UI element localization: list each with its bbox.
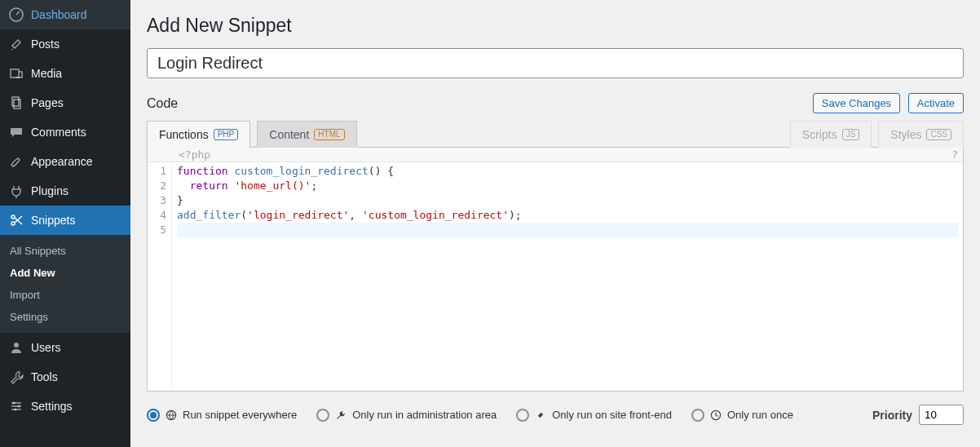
tab-label: Styles — [890, 128, 921, 141]
run-frontend-option[interactable]: Only run on site front-end — [516, 409, 672, 422]
sidebar-item-users[interactable]: Users — [0, 333, 130, 362]
activate-button[interactable]: Activate — [908, 93, 964, 113]
sidebar-item-tools[interactable]: Tools — [0, 362, 130, 392]
svg-point-7 — [13, 402, 15, 405]
priority-label: Priority — [872, 409, 912, 422]
code-type-tabs: Functions PHP Content HTML Scripts JS St… — [147, 120, 964, 147]
run-admin-option[interactable]: Only run in administration area — [316, 409, 497, 422]
sidebar-item-media[interactable]: Media — [0, 59, 130, 88]
user-icon — [8, 339, 24, 356]
sidebar-item-label: Media — [31, 67, 62, 80]
sidebar-item-plugins[interactable]: Plugins — [0, 176, 130, 206]
comments-icon — [8, 124, 24, 140]
code-lines[interactable]: function custom_login_redirect() { retur… — [172, 162, 963, 391]
clock-icon — [709, 409, 722, 422]
tab-content[interactable]: Content HTML — [257, 121, 356, 148]
sidebar-item-label: Appearance — [31, 155, 93, 168]
sliders-icon — [8, 398, 24, 414]
sidebar-item-label: Pages — [31, 96, 64, 109]
media-icon — [8, 65, 24, 82]
globe-icon — [165, 409, 178, 422]
php-open-tag: <?php — [179, 148, 210, 161]
submenu-import[interactable]: Import — [0, 284, 130, 306]
radio-icon — [147, 409, 160, 422]
svg-rect-2 — [12, 97, 19, 106]
submenu-add-new[interactable]: Add New — [0, 262, 130, 284]
tab-label: Content — [269, 128, 309, 141]
save-changes-button[interactable]: Save Changes — [813, 93, 900, 113]
js-badge: JS — [842, 129, 860, 140]
html-badge: HTML — [314, 129, 344, 140]
editor-help-icon[interactable]: ? — [951, 148, 958, 161]
tab-label: Functions — [159, 128, 209, 141]
sidebar-item-pages[interactable]: Pages — [0, 88, 130, 117]
option-label: Only run in administration area — [352, 409, 497, 421]
submenu-settings[interactable]: Settings — [0, 306, 130, 328]
sidebar-item-posts[interactable]: Posts — [0, 29, 130, 59]
sidebar-item-appearance[interactable]: Appearance — [0, 147, 130, 176]
sidebar-item-label: Plugins — [31, 184, 68, 197]
line-gutter: 12345 — [148, 162, 172, 391]
sidebar-item-snippets[interactable]: Snippets — [0, 206, 130, 235]
tab-styles: Styles CSS — [878, 121, 964, 148]
run-once-option[interactable]: Only run once — [691, 409, 793, 422]
brush-icon — [8, 153, 24, 170]
code-heading: Code — [147, 96, 178, 111]
sidebar-item-label: Comments — [31, 126, 86, 139]
radio-icon — [691, 409, 704, 422]
pin-icon — [534, 409, 547, 422]
option-label: Only run once — [727, 409, 793, 421]
sidebar-item-label: Settings — [31, 400, 73, 413]
admin-sidebar: Dashboard Posts Media Pages Comments App… — [0, 0, 130, 447]
sidebar-item-label: Posts — [31, 38, 60, 51]
sidebar-item-label: Dashboard — [31, 8, 87, 21]
page-title: Add New Snippet — [147, 15, 964, 37]
radio-icon — [316, 409, 329, 422]
scissors-icon — [8, 212, 24, 228]
priority-input[interactable] — [919, 405, 964, 425]
wrench-icon — [8, 369, 24, 385]
run-everywhere-option[interactable]: Run snippet everywhere — [147, 409, 297, 422]
sidebar-item-dashboard[interactable]: Dashboard — [0, 0, 130, 29]
snippet-title-input[interactable] — [147, 48, 964, 78]
radio-icon — [516, 409, 529, 422]
svg-point-5 — [11, 222, 15, 225]
wrench-icon — [334, 409, 347, 422]
plug-icon — [8, 183, 24, 199]
css-badge: CSS — [926, 129, 951, 140]
svg-point-8 — [18, 405, 20, 408]
sidebar-item-label: Snippets — [31, 214, 75, 227]
svg-point-9 — [15, 409, 17, 411]
run-scope-options: Run snippet everywhere Only run in admin… — [147, 409, 793, 422]
tab-label: Scripts — [802, 128, 837, 141]
option-label: Run snippet everywhere — [183, 409, 297, 421]
sidebar-item-label: Tools — [31, 370, 58, 383]
pin-icon — [8, 36, 24, 52]
svg-point-6 — [14, 343, 19, 347]
main-content: Add New Snippet Code Save Changes Activa… — [130, 0, 980, 447]
code-editor[interactable]: <?php ? 12345 function custom_login_redi… — [147, 147, 964, 392]
snippets-submenu: All Snippets Add New Import Settings — [0, 235, 130, 333]
pages-icon — [8, 95, 24, 111]
tab-functions[interactable]: Functions PHP — [147, 121, 250, 148]
option-label: Only run on site front-end — [552, 409, 672, 421]
svg-point-4 — [11, 215, 15, 219]
submenu-all-snippets[interactable]: All Snippets — [0, 240, 130, 262]
svg-rect-1 — [11, 69, 19, 77]
sidebar-item-label: Users — [31, 341, 61, 354]
tab-scripts: Scripts JS — [790, 121, 872, 148]
sidebar-item-settings[interactable]: Settings — [0, 392, 130, 421]
dashboard-icon — [8, 7, 24, 23]
svg-rect-3 — [14, 100, 20, 108]
sidebar-item-comments[interactable]: Comments — [0, 117, 130, 147]
php-badge: PHP — [214, 129, 239, 140]
